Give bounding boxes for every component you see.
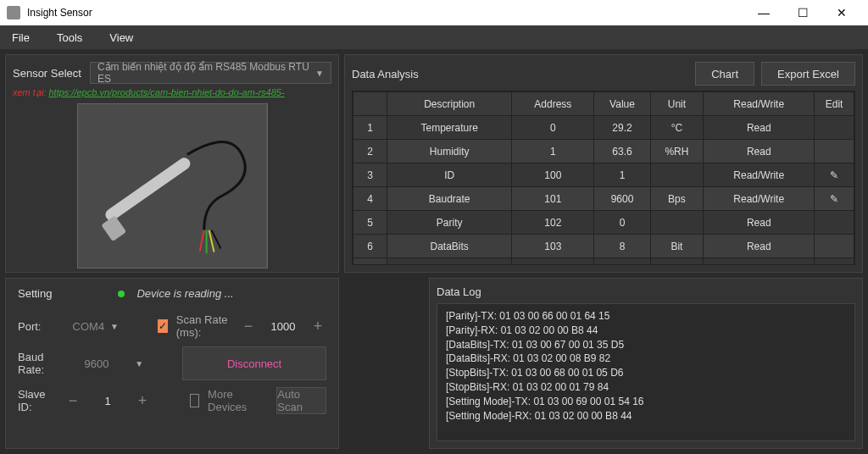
- menu-view[interactable]: View: [104, 28, 138, 47]
- col-header[interactable]: Unit: [650, 92, 704, 116]
- slave-decrease[interactable]: −: [64, 392, 81, 409]
- baud-label: Baud Rate:: [18, 351, 71, 376]
- table-row[interactable]: 7StopBits1041BitRead: [353, 258, 854, 266]
- sensor-combo[interactable]: Cảm biến nhiệt độ độ ẩm RS485 Modbus RTU…: [90, 62, 331, 84]
- col-header[interactable]: Read/Write: [704, 92, 815, 116]
- close-button[interactable]: ✕: [822, 0, 861, 25]
- log-line: [StopBits]-TX: 01 03 00 68 00 01 05 D6: [446, 366, 846, 380]
- sensor-image: [77, 103, 268, 269]
- log-line: [Parity]-RX: 01 03 02 00 00 B8 44: [446, 324, 846, 338]
- status-text: Device is reading ...: [136, 287, 233, 300]
- more-devices-checkbox[interactable]: [190, 394, 199, 407]
- setting-title: Setting: [18, 287, 52, 300]
- window-title: Insight Sensor: [27, 7, 744, 19]
- svg-rect-0: [78, 104, 267, 268]
- scan-rate-checkbox[interactable]: ✓: [158, 319, 168, 333]
- status-indicator-icon: [118, 291, 125, 297]
- sensor-combo-value: Cảm biến nhiệt độ độ ẩm RS485 Modbus RTU…: [97, 61, 315, 85]
- chevron-down-icon: ▼: [135, 359, 143, 368]
- col-header[interactable]: Description: [387, 92, 512, 116]
- port-combo[interactable]: COM4▼: [68, 315, 124, 337]
- setting-panel: Setting Device is reading ... Port: COM4…: [5, 278, 339, 449]
- minimize-button[interactable]: —: [744, 0, 783, 25]
- col-header[interactable]: [353, 92, 387, 116]
- scan-rate-value[interactable]: 1000: [262, 320, 304, 333]
- slave-label: Slave ID:: [18, 388, 56, 413]
- scan-rate-decrease[interactable]: −: [240, 318, 257, 335]
- col-header[interactable]: Edit: [815, 92, 854, 116]
- col-header[interactable]: Value: [594, 92, 650, 116]
- log-output[interactable]: [Parity]-TX: 01 03 00 66 00 01 64 15[Par…: [437, 303, 855, 441]
- scan-rate-increase[interactable]: +: [309, 318, 326, 335]
- baud-combo[interactable]: 9600▼: [80, 352, 149, 374]
- table-row[interactable]: 4Baudrate1019600BpsRead/Write✎: [353, 187, 854, 211]
- table-row[interactable]: 3ID1001Read/Write✎: [353, 163, 854, 187]
- data-analysis-panel: Data Analysis Chart Export Excel Descrip…: [344, 54, 863, 273]
- pencil-icon[interactable]: ✎: [830, 169, 838, 181]
- chart-button[interactable]: Chart: [695, 62, 754, 86]
- table-row[interactable]: 5Parity1020Read: [353, 211, 854, 235]
- chevron-down-icon: ▼: [110, 322, 119, 331]
- disconnect-button[interactable]: Disconnect: [182, 346, 326, 380]
- menubar: File Tools View: [0, 25, 868, 49]
- chevron-down-icon: ▼: [315, 69, 324, 78]
- pencil-icon[interactable]: ✎: [830, 193, 838, 205]
- scan-rate-label: Scan Rate (ms):: [176, 313, 231, 339]
- export-excel-button[interactable]: Export Excel: [761, 62, 855, 86]
- maximize-button[interactable]: ☐: [783, 0, 822, 25]
- slave-value[interactable]: 1: [86, 395, 129, 407]
- data-log-panel: Data Log [Parity]-TX: 01 03 00 66 00 01 …: [429, 278, 863, 449]
- log-line: [StopBits]-RX: 01 03 02 00 01 79 84: [446, 380, 846, 395]
- log-line: [Setting Mode]-RX: 01 03 02 00 00 B8 44: [446, 409, 846, 424]
- sensor-link-line: xem tại: https://epcb.vn/products/cam-bi…: [13, 87, 331, 98]
- table-row[interactable]: 6DataBits1038BitRead: [353, 235, 854, 258]
- sensor-link[interactable]: https://epcb.vn/products/cam-bien-nhiet-…: [48, 87, 284, 97]
- port-label: Port:: [18, 320, 59, 333]
- log-line: [DataBits]-RX: 01 03 02 00 08 B9 82: [446, 352, 846, 366]
- link-prefix: xem tại:: [13, 87, 48, 97]
- table-row[interactable]: 1Temperature029.2°CRead: [353, 116, 854, 140]
- titlebar: Insight Sensor — ☐ ✕: [0, 0, 868, 25]
- app-icon: [7, 6, 20, 19]
- data-log-title: Data Log: [437, 285, 855, 298]
- sensor-select-label: Sensor Select: [13, 67, 81, 80]
- menu-file[interactable]: File: [7, 28, 35, 47]
- menu-tools[interactable]: Tools: [52, 28, 87, 47]
- log-line: [DataBits]-TX: 01 03 00 67 00 01 35 D5: [446, 338, 846, 352]
- table-row[interactable]: 2Humidity163.6%RHRead: [353, 140, 854, 163]
- data-table: DescriptionAddressValueUnitRead/WriteEdi…: [353, 91, 854, 265]
- slave-increase[interactable]: +: [134, 392, 151, 409]
- auto-scan-button[interactable]: Auto Scan: [276, 387, 326, 414]
- col-header[interactable]: Address: [512, 92, 594, 116]
- log-line: [Setting Mode]-TX: 01 03 00 69 00 01 54 …: [446, 395, 846, 409]
- data-analysis-title: Data Analysis: [352, 68, 688, 80]
- more-devices-label: More Devices: [208, 388, 251, 413]
- sensor-select-panel: Sensor Select Cảm biến nhiệt độ độ ẩm RS…: [5, 54, 339, 273]
- log-line: [Parity]-TX: 01 03 00 66 00 01 64 15: [446, 309, 846, 324]
- data-table-wrapper[interactable]: DescriptionAddressValueUnitRead/WriteEdi…: [352, 91, 855, 265]
